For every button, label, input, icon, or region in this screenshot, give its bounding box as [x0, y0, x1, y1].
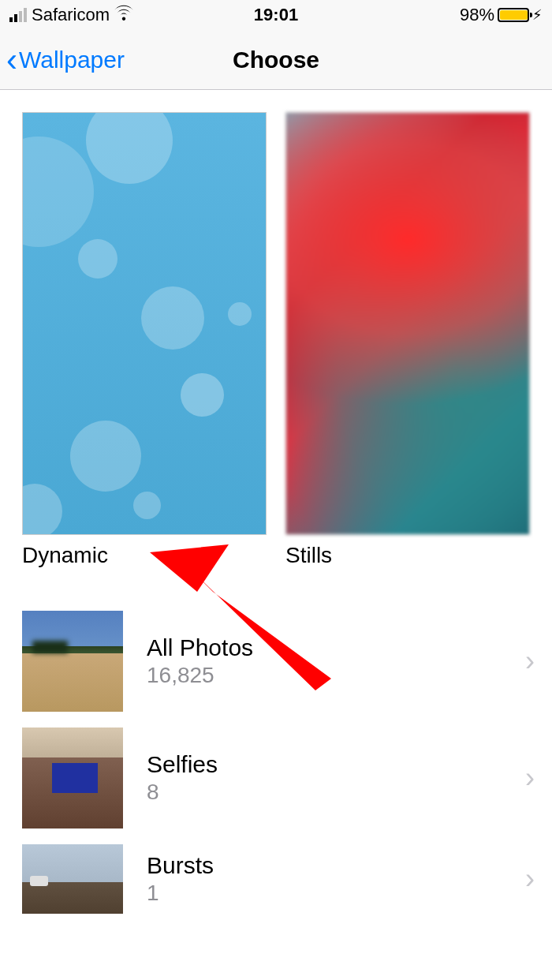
carrier-label: Safaricom [32, 5, 110, 25]
album-count: 8 [147, 780, 525, 805]
dynamic-label: Dynamic [22, 543, 267, 568]
album-thumbnail [22, 728, 123, 829]
status-time: 19:01 [254, 5, 298, 25]
signal-icon [9, 8, 27, 22]
status-right: 98% ⚡︎ [460, 5, 543, 25]
chevron-right-icon: › [525, 761, 541, 795]
chevron-left-icon: ‹ [6, 43, 17, 77]
album-list: All Photos 16,825 › Selfies 8 › Bursts 1… [0, 603, 552, 922]
album-title: All Photos [147, 634, 525, 661]
dynamic-thumbnail [22, 112, 267, 535]
album-title: Bursts [147, 852, 525, 879]
page-title: Choose [233, 47, 319, 73]
album-count: 16,825 [147, 663, 525, 688]
battery-icon [498, 8, 529, 22]
status-left: Safaricom [9, 5, 133, 25]
chevron-right-icon: › [525, 862, 541, 896]
wifi-icon [114, 5, 133, 25]
album-info: Bursts 1 [147, 852, 525, 906]
album-thumbnail [22, 611, 123, 712]
wallpaper-stills[interactable]: Stills [285, 112, 530, 568]
album-all-photos[interactable]: All Photos 16,825 › [0, 603, 552, 720]
album-count: 1 [147, 881, 525, 906]
stills-thumbnail [285, 112, 530, 535]
album-thumbnail [22, 844, 123, 914]
back-button[interactable]: ‹ Wallpaper [0, 43, 125, 77]
wallpaper-dynamic[interactable]: Dynamic [22, 112, 267, 568]
album-selfies[interactable]: Selfies 8 › [0, 720, 552, 836]
album-info: Selfies 8 [147, 751, 525, 805]
album-bursts[interactable]: Bursts 1 › [0, 836, 552, 922]
stills-label: Stills [285, 543, 530, 568]
battery-percent: 98% [460, 5, 494, 25]
chevron-right-icon: › [525, 645, 541, 678]
charging-icon: ⚡︎ [532, 6, 543, 24]
album-title: Selfies [147, 751, 525, 778]
album-info: All Photos 16,825 [147, 634, 525, 688]
back-label: Wallpaper [19, 47, 125, 73]
nav-bar: ‹ Wallpaper Choose [0, 30, 552, 90]
content: Dynamic Stills All Photos 16,825 › Selfi… [0, 90, 552, 922]
status-bar: Safaricom 19:01 98% ⚡︎ [0, 0, 552, 30]
wallpaper-category-row: Dynamic Stills [0, 90, 552, 568]
